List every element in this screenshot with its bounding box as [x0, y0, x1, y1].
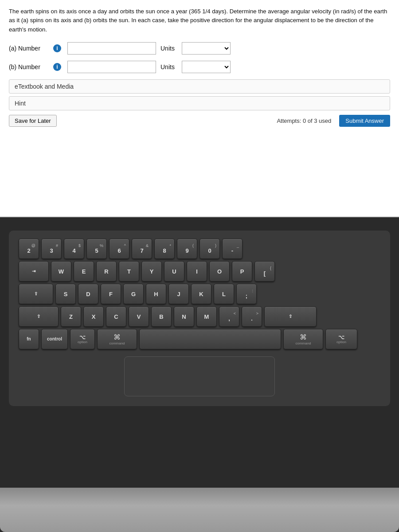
key-4[interactable]: $ 4	[64, 239, 84, 259]
key-v[interactable]: V	[129, 306, 149, 327]
keyboard-shell: @ 2 # 3 $ 4 % 5 ^ 6 & 7	[9, 231, 390, 406]
key-command-left[interactable]: ⌘ command	[97, 329, 137, 349]
laptop-body-bottom	[0, 488, 399, 532]
key-minus[interactable]: _ -	[222, 239, 243, 259]
key-3[interactable]: # 3	[41, 239, 62, 259]
key-g[interactable]: G	[123, 284, 144, 304]
qwerty-row: ⇥ W E R T Y U I O P { [	[19, 261, 380, 282]
key-caps-lock[interactable]: ⇪	[19, 284, 53, 304]
key-option-right[interactable]: ⌥ option	[325, 329, 357, 349]
key-w[interactable]: W	[51, 261, 71, 282]
part-b-units-label: Units	[160, 63, 177, 70]
zxcv-row: ⇧ Z X C V B N M < , > . ⇧	[19, 306, 380, 327]
laptop-area: @ 2 # 3 $ 4 % 5 ^ 6 & 7	[0, 217, 399, 532]
hint-bar[interactable]: Hint	[9, 96, 390, 110]
key-b[interactable]: B	[151, 306, 172, 327]
key-e[interactable]: E	[74, 261, 94, 282]
part-a-info-icon[interactable]: i	[53, 44, 61, 52]
key-k[interactable]: K	[191, 284, 211, 304]
key-shift-left[interactable]: ⇧	[19, 306, 59, 327]
key-f[interactable]: F	[101, 284, 121, 304]
key-l[interactable]: L	[214, 284, 234, 304]
part-a-label: (a) Number	[9, 45, 49, 52]
submit-answer-button[interactable]: Submit Answer	[339, 115, 390, 127]
key-p[interactable]: P	[232, 261, 252, 282]
key-shift-right[interactable]: ⇧	[264, 306, 317, 327]
part-a-units-select[interactable]	[182, 42, 231, 55]
key-r[interactable]: R	[96, 261, 117, 282]
right-actions: Attempts: 0 of 3 used Submit Answer	[277, 115, 390, 127]
key-control[interactable]: control	[41, 329, 68, 349]
key-greater-than[interactable]: > .	[242, 306, 262, 327]
key-option-left[interactable]: ⌥ option	[70, 329, 95, 349]
part-a-number-input[interactable]	[67, 42, 156, 55]
problem-text: The earth spins on its axis once a day a…	[9, 7, 390, 34]
asdf-row: ⇪ S D F G H J K L : ;	[19, 284, 380, 304]
part-b-number-input[interactable]	[67, 61, 156, 73]
attempts-text: Attempts: 0 of 3 used	[277, 117, 331, 124]
number-key-row: @ 2 # 3 $ 4 % 5 ^ 6 & 7	[19, 239, 380, 259]
key-x[interactable]: X	[83, 306, 104, 327]
part-a-units-label: Units	[160, 45, 177, 52]
save-later-button[interactable]: Save for Later	[9, 115, 57, 127]
key-o[interactable]: O	[209, 261, 230, 282]
key-fn[interactable]: fn	[19, 329, 39, 349]
key-0[interactable]: ) 0	[200, 239, 220, 259]
trackpad[interactable]	[124, 356, 275, 396]
key-h[interactable]: H	[146, 284, 166, 304]
key-i[interactable]: I	[187, 261, 207, 282]
key-space[interactable]	[139, 329, 281, 349]
key-9[interactable]: ( 9	[177, 239, 197, 259]
key-d[interactable]: D	[78, 284, 98, 304]
key-8[interactable]: * 8	[154, 239, 175, 259]
bottom-bar: Save for Later Attempts: 0 of 3 used Sub…	[9, 115, 390, 127]
key-semicolon[interactable]: : ;	[236, 284, 257, 304]
content-area: The earth spins on its axis once a day a…	[0, 0, 399, 217]
key-y[interactable]: Y	[141, 261, 162, 282]
key-6[interactable]: ^ 6	[109, 239, 129, 259]
key-2[interactable]: @ 2	[19, 239, 39, 259]
key-tab[interactable]: ⇥	[19, 261, 49, 282]
key-m[interactable]: M	[196, 306, 217, 327]
part-b-label: (b) Number	[9, 63, 49, 70]
part-a-row: (a) Number i Units	[9, 42, 390, 55]
key-7[interactable]: & 7	[132, 239, 152, 259]
part-b-row: (b) Number i Units	[9, 61, 390, 73]
part-b-units-select[interactable]	[182, 61, 231, 73]
key-u[interactable]: U	[164, 261, 184, 282]
bottom-key-row: fn control ⌥ option ⌘ command ⌘ command …	[19, 329, 380, 349]
key-5[interactable]: % 5	[86, 239, 107, 259]
key-n[interactable]: N	[174, 306, 194, 327]
key-j[interactable]: J	[168, 284, 189, 304]
key-less-than[interactable]: < ,	[219, 306, 239, 327]
key-s[interactable]: S	[55, 284, 76, 304]
etextbook-bar[interactable]: eTextbook and Media	[9, 79, 390, 94]
key-c[interactable]: C	[106, 306, 126, 327]
key-t[interactable]: T	[119, 261, 139, 282]
key-z[interactable]: Z	[61, 306, 81, 327]
key-command-right[interactable]: ⌘ command	[283, 329, 323, 349]
part-b-info-icon[interactable]: i	[53, 63, 61, 71]
key-bracket-open[interactable]: { [	[254, 261, 275, 282]
